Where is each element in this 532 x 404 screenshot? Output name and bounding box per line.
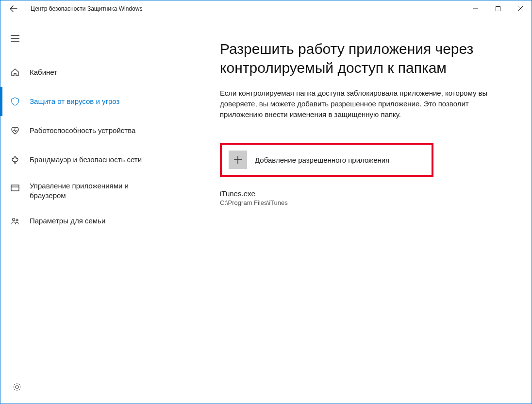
svg-point-1: [15, 162, 16, 164]
svg-rect-0: [496, 7, 500, 11]
sidebar-item-device-health[interactable]: Работоспособность устройства: [0, 116, 175, 145]
svg-point-4: [16, 219, 18, 221]
sidebar-item-label: Работоспособность устройства: [30, 126, 145, 135]
sidebar-item-home[interactable]: Кабинет: [0, 58, 175, 87]
settings-button[interactable]: [7, 377, 27, 397]
hamburger-menu-button[interactable]: [3, 27, 27, 50]
network-icon: [9, 154, 21, 166]
allowed-app-name: iTunes.exe: [220, 188, 507, 199]
arrow-left-icon: [9, 4, 18, 13]
page-description: Если контролируемая папка доступа заблок…: [220, 88, 492, 119]
sidebar-item-label: Защита от вирусов и угроз: [30, 97, 129, 106]
shield-icon: [9, 96, 21, 107]
add-allowed-app-label: Добавление разрешенного приложения: [255, 156, 389, 164]
close-icon: [518, 6, 523, 11]
window-controls: [465, 0, 532, 17]
minimize-button[interactable]: [465, 0, 487, 17]
svg-point-5: [16, 386, 18, 388]
svg-point-3: [13, 218, 15, 220]
titlebar: Центр безопасности Защитника Windows: [0, 0, 532, 17]
minimize-icon: [473, 6, 478, 11]
sidebar-item-family[interactable]: Параметры для семьи: [0, 207, 175, 236]
back-button[interactable]: [6, 1, 21, 16]
plus-icon: [229, 151, 247, 169]
maximize-button[interactable]: [487, 0, 509, 17]
family-icon: [9, 216, 21, 227]
maximize-icon: [496, 6, 500, 11]
sidebar-item-app-browser[interactable]: Управление приложениями и браузером: [0, 174, 175, 207]
sidebar-item-label: Управление приложениями и браузером: [30, 181, 175, 201]
allowed-app-entry[interactable]: iTunes.exe C:\Program Files\iTunes: [220, 188, 507, 207]
sidebar-item-virus-protection[interactable]: Защита от вирусов и угроз: [0, 87, 175, 116]
sidebar: Кабинет Защита от вирусов и угроз Работо…: [0, 17, 175, 404]
gear-icon: [12, 382, 22, 392]
page-title: Разрешить работу приложения через контро…: [220, 39, 507, 77]
add-allowed-app-button[interactable]: Добавление разрешенного приложения: [220, 143, 433, 177]
close-button[interactable]: [509, 0, 532, 17]
sidebar-item-label: Брандмауэр и безопасность сети: [30, 155, 151, 165]
main-content: Разрешить работу приложения через контро…: [175, 17, 532, 404]
allowed-app-path: C:\Program Files\iTunes: [220, 199, 507, 207]
svg-rect-2: [11, 185, 19, 191]
sidebar-item-label: Кабинет: [30, 67, 67, 77]
hamburger-icon: [11, 35, 19, 42]
app-browser-icon: [9, 182, 21, 194]
sidebar-item-label: Параметры для семьи: [30, 216, 115, 226]
sidebar-item-firewall[interactable]: Брандмауэр и безопасность сети: [0, 145, 175, 174]
home-icon: [9, 67, 21, 78]
window-title: Центр безопасности Защитника Windows: [31, 5, 142, 12]
heart-pulse-icon: [9, 125, 21, 136]
